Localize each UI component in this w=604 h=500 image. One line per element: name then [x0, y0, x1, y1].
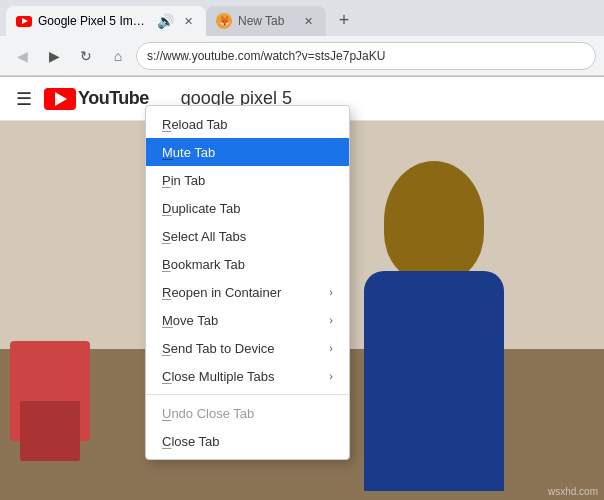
menu-item-pin[interactable]: Pin Tab	[146, 166, 349, 194]
youtube-play-icon	[55, 92, 67, 106]
home-button[interactable]: ⌂	[104, 42, 132, 70]
room-item-red2	[20, 401, 80, 461]
menu-label-send: Send Tab to Device	[162, 341, 321, 356]
tab-google-pixel[interactable]: Google Pixel 5 Impressions... 🔊 ✕	[6, 6, 206, 36]
menu-item-close[interactable]: Close Tab	[146, 427, 349, 455]
menu-item-duplicate[interactable]: Duplicate Tab	[146, 194, 349, 222]
context-menu: Reload Tab Mute Tab Pin Tab Duplicate Ta…	[145, 105, 350, 460]
youtube-logo-icon	[44, 88, 76, 110]
menu-label-reload: Reload Tab	[162, 117, 333, 132]
menu-label-select-all: Select All Tabs	[162, 229, 333, 244]
menu-label-pin: Pin Tab	[162, 173, 333, 188]
youtube-logo[interactable]: YouTube	[44, 88, 149, 110]
tab-favicon-newtab: 🦊	[216, 13, 232, 29]
forward-button[interactable]: ▶	[40, 42, 68, 70]
menu-label-undo-close: Undo Close Tab	[162, 406, 333, 421]
submenu-arrow-reopen: ›	[329, 286, 333, 298]
menu-separator	[146, 394, 349, 395]
tab-title-1: Google Pixel 5 Impressions...	[38, 14, 151, 28]
hamburger-menu-icon[interactable]: ☰	[16, 88, 32, 110]
page-content: ☰ YouTube google pixel 5 wsxhd.com Reloa…	[0, 77, 604, 500]
submenu-arrow-send: ›	[329, 342, 333, 354]
menu-item-undo-close: Undo Close Tab	[146, 399, 349, 427]
menu-item-reopen[interactable]: Reopen in Container ›	[146, 278, 349, 306]
menu-label-bookmark: Bookmark Tab	[162, 257, 333, 272]
menu-item-bookmark[interactable]: Bookmark Tab	[146, 250, 349, 278]
menu-label-mute: Mute Tab	[162, 145, 333, 160]
menu-label-close-multiple: Close Multiple Tabs	[162, 369, 321, 384]
tab-favicon-youtube	[16, 13, 32, 29]
tab-title-2: New Tab	[238, 14, 294, 28]
back-icon: ◀	[17, 48, 28, 64]
address-bar[interactable]: s://www.youtube.com/watch?v=stsJe7pJaKU	[136, 42, 596, 70]
browser-chrome: Google Pixel 5 Impressions... 🔊 ✕ 🦊 New …	[0, 0, 604, 77]
tab-close-2[interactable]: ✕	[300, 13, 316, 29]
tab-new-tab[interactable]: 🦊 New Tab ✕	[206, 6, 326, 36]
menu-label-duplicate: Duplicate Tab	[162, 201, 333, 216]
person-body	[364, 271, 504, 491]
youtube-logo-text: YouTube	[78, 88, 149, 109]
watermark: wsxhd.com	[548, 486, 598, 497]
submenu-arrow-close-multiple: ›	[329, 370, 333, 382]
menu-label-reopen: Reopen in Container	[162, 285, 321, 300]
new-tab-button[interactable]: +	[330, 6, 358, 34]
menu-item-reload[interactable]: Reload Tab	[146, 110, 349, 138]
address-text: s://www.youtube.com/watch?v=stsJe7pJaKU	[147, 49, 385, 63]
menu-item-close-multiple[interactable]: Close Multiple Tabs ›	[146, 362, 349, 390]
toolbar: ◀ ▶ ↻ ⌂ s://www.youtube.com/watch?v=stsJ…	[0, 36, 604, 76]
menu-label-move: Move Tab	[162, 313, 321, 328]
forward-icon: ▶	[49, 48, 60, 64]
reload-button[interactable]: ↻	[72, 42, 100, 70]
menu-item-send[interactable]: Send Tab to Device ›	[146, 334, 349, 362]
menu-item-select-all[interactable]: Select All Tabs	[146, 222, 349, 250]
menu-item-move[interactable]: Move Tab ›	[146, 306, 349, 334]
submenu-arrow-move: ›	[329, 314, 333, 326]
audio-icon: 🔊	[157, 13, 174, 29]
tab-bar: Google Pixel 5 Impressions... 🔊 ✕ 🦊 New …	[0, 0, 604, 36]
menu-item-mute[interactable]: Mute Tab	[146, 138, 349, 166]
home-icon: ⌂	[114, 48, 122, 64]
reload-icon: ↻	[80, 48, 92, 64]
back-button[interactable]: ◀	[8, 42, 36, 70]
menu-label-close: Close Tab	[162, 434, 333, 449]
tab-close-1[interactable]: ✕	[180, 13, 196, 29]
person-head	[384, 161, 484, 281]
